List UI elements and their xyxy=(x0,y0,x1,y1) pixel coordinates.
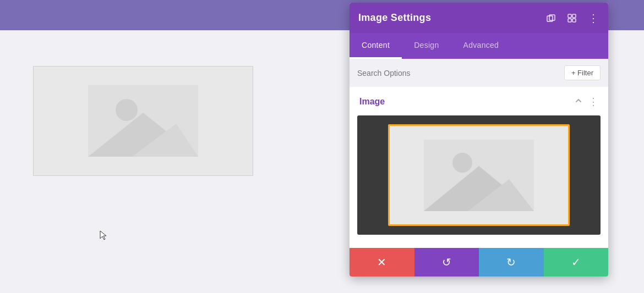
save-button[interactable]: ✓ xyxy=(544,248,609,277)
tab-content[interactable]: Content xyxy=(350,33,402,59)
collapse-icon[interactable] xyxy=(574,96,583,107)
cancel-button[interactable]: ✕ xyxy=(350,248,414,277)
panel-header-icons: ⋮ xyxy=(544,12,599,25)
tab-advanced[interactable]: Advanced xyxy=(451,33,511,59)
panel-title: Image Settings xyxy=(358,12,431,24)
main-image-placeholder xyxy=(33,66,253,176)
settings-panel: Image Settings ⋮ Content Design xyxy=(350,3,608,277)
svg-rect-7 xyxy=(572,14,576,18)
search-bar: + Filter xyxy=(350,59,608,87)
svg-rect-6 xyxy=(568,14,571,18)
expand-icon[interactable] xyxy=(565,12,578,25)
svg-point-11 xyxy=(452,153,472,173)
redo-button[interactable]: ↻ xyxy=(479,248,544,277)
tab-design[interactable]: Design xyxy=(402,33,451,59)
panel-header: Image Settings ⋮ xyxy=(350,3,608,33)
image-preview-inner[interactable] xyxy=(388,124,570,226)
more-options-icon[interactable]: ⋮ xyxy=(586,12,599,25)
panel-content: Image ⋮ xyxy=(350,87,608,248)
undo-button[interactable]: ↺ xyxy=(414,248,479,277)
search-input[interactable] xyxy=(357,69,564,78)
filter-button[interactable]: + Filter xyxy=(564,65,601,80)
section-title: Image xyxy=(359,97,385,107)
svg-rect-9 xyxy=(572,19,576,22)
svg-point-1 xyxy=(116,99,138,121)
section-header: Image ⋮ xyxy=(350,87,608,113)
svg-rect-8 xyxy=(568,19,571,22)
panel-actions: ✕ ↺ ↻ ✓ xyxy=(350,248,608,277)
section-more-icon[interactable]: ⋮ xyxy=(588,96,598,108)
copy-icon[interactable] xyxy=(544,12,558,25)
panel-tabs: Content Design Advanced xyxy=(350,33,608,59)
section-header-icons: ⋮ xyxy=(574,96,598,108)
image-preview-wrapper xyxy=(357,115,601,235)
